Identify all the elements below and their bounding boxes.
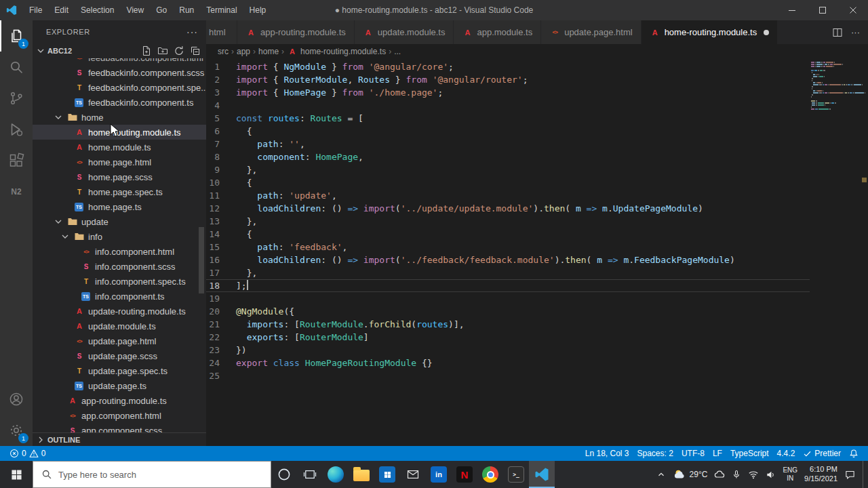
menu-view[interactable]: View (120, 0, 150, 20)
onedrive-icon[interactable] (714, 469, 725, 480)
collapse-folders-icon[interactable] (190, 45, 201, 56)
taskbar-cortana[interactable] (271, 461, 297, 488)
minimap[interactable] (811, 59, 860, 113)
clock[interactable]: 6:10 PM 9/15/2021 (804, 465, 837, 484)
project-section-header[interactable]: ABC12 (33, 43, 206, 58)
microphone-icon[interactable] (732, 470, 741, 479)
taskbar-taskview[interactable] (297, 461, 323, 488)
tree-item-update-module-ts[interactable]: Aupdate.module.ts (33, 319, 206, 333)
taskbar-terminal[interactable]: >_ (503, 461, 529, 488)
tab-app-routing-module-ts[interactable]: Aapp-routing.module.ts (237, 20, 355, 44)
taskbar-store[interactable] (374, 461, 400, 488)
menu-selection[interactable]: Selection (75, 0, 120, 20)
tab-update-module-ts[interactable]: Aupdate.module.ts (355, 20, 454, 44)
status-typescript[interactable]: TypeScript (726, 446, 773, 461)
tree-item-info[interactable]: info (33, 229, 206, 244)
code-line-25[interactable]: 25 (206, 369, 810, 382)
tree-item-home-page-spec-ts[interactable]: Thome.page.spec.ts (33, 184, 206, 199)
tree-item-home[interactable]: home (33, 110, 206, 125)
activity-extensions[interactable] (0, 145, 33, 176)
code-line-4[interactable]: 4 (206, 99, 810, 112)
sidebar-scrollbar[interactable] (199, 227, 204, 293)
tree-item-feedbackinfo-component-html[interactable]: <>feedbackinfo.component.html (33, 58, 206, 65)
breadcrumb-app[interactable]: app (236, 47, 251, 56)
activity-settings[interactable]: 1 (0, 415, 33, 446)
taskbar-vscode[interactable] (529, 461, 555, 488)
weather-widget[interactable]: 29°C (673, 468, 708, 481)
code-line-8[interactable]: 8 component: HomePage, (206, 150, 810, 163)
problems-indicator[interactable]: 0 0 (5, 446, 50, 461)
activity-run-debug[interactable] (0, 114, 33, 145)
code-editor[interactable]: 1import { NgModule } from '@angular/core… (206, 59, 810, 446)
breadcrumb-home-routing-module-ts[interactable]: Ahome-routing.module.ts (286, 46, 387, 57)
tree-item-home-page-html[interactable]: <>home.page.html (33, 155, 206, 169)
activity-search[interactable] (0, 52, 33, 83)
code-line-5[interactable]: 5const routes: Routes = [ (206, 112, 810, 125)
menu-go[interactable]: Go (150, 0, 173, 20)
status-lf[interactable]: LF (709, 446, 726, 461)
status-prettier[interactable]: Prettier (799, 446, 845, 461)
code-line-18[interactable]: 18]; (206, 279, 810, 292)
code-line-21[interactable]: 21 imports: [RouterModule.forChild(route… (206, 318, 810, 331)
tree-item-update[interactable]: update (33, 214, 206, 229)
code-line-7[interactable]: 7 path: '', (206, 138, 810, 150)
menu-file[interactable]: File (23, 0, 48, 20)
tree-item-info-component-ts[interactable]: TSinfo.component.ts (33, 289, 206, 304)
tree-item-info-component-spec-ts[interactable]: Tinfo.component.spec.ts (33, 274, 206, 289)
code-line-24[interactable]: 24export class HomePageRoutingModule {} (206, 357, 810, 369)
taskbar-explorer[interactable] (349, 461, 374, 488)
code-line-22[interactable]: 22 exports: [RouterModule] (206, 331, 810, 344)
tree-item-feedbackinfo-component-spe[interactable]: Tfeedbackinfo.component.spe... (33, 80, 206, 95)
network-icon[interactable] (748, 469, 759, 480)
show-desktop-button[interactable] (863, 461, 867, 488)
new-file-icon[interactable] (141, 45, 152, 56)
breadcrumb-src[interactable]: src (217, 47, 229, 56)
minimize-button[interactable] (776, 0, 807, 20)
code-line-1[interactable]: 1import { NgModule } from '@angular/core… (206, 60, 810, 73)
tree-item-update-page-ts[interactable]: TSupdate.page.ts (33, 378, 206, 393)
taskbar-linkedin[interactable]: in (426, 461, 452, 488)
taskbar-chrome[interactable] (477, 461, 503, 488)
tree-item-update-page-spec-ts[interactable]: Tupdate.page.spec.ts (33, 363, 206, 378)
tab-home-routing-module-ts[interactable]: Ahome-routing.module.ts (642, 20, 778, 44)
code-line-11[interactable]: 11 path: 'update', (206, 189, 810, 202)
tree-item-app-component-scss[interactable]: Sapp.component.scss (33, 423, 206, 432)
menu-run[interactable]: Run (173, 0, 200, 20)
tree-item-home-routing-module-ts[interactable]: Ahome-routing.module.ts (33, 125, 206, 140)
volume-icon[interactable] (766, 470, 776, 480)
activity-accounts[interactable] (0, 384, 33, 415)
outline-section[interactable]: OUTLINE (33, 432, 206, 446)
taskbar-netflix[interactable]: N (452, 461, 477, 488)
refresh-explorer-icon[interactable] (174, 45, 184, 56)
hidden-icons-icon[interactable] (656, 470, 666, 479)
code-line-19[interactable]: 19 (206, 292, 810, 305)
tree-item-app-routing-module-ts[interactable]: Aapp-routing.module.ts (33, 393, 206, 408)
code-line-17[interactable]: 17 }, (206, 266, 810, 279)
activity-source-control[interactable] (0, 83, 33, 114)
action-center-icon[interactable] (844, 469, 856, 481)
status-ln-18-col-3[interactable]: Ln 18, Col 3 (581, 446, 633, 461)
code-line-6[interactable]: 6 { (206, 125, 810, 138)
notifications-bell[interactable] (845, 446, 863, 461)
new-folder-icon[interactable] (157, 45, 168, 56)
code-line-10[interactable]: 10 { (206, 176, 810, 189)
tree-item-update-page-html[interactable]: <>update.page.html (33, 333, 206, 348)
status-4-4-2[interactable]: 4.4.2 (773, 446, 800, 461)
menu-terminal[interactable]: Terminal (200, 0, 243, 20)
code-line-15[interactable]: 15 path: 'feedback', (206, 241, 810, 253)
tree-item-feedbackinfo-component-ts[interactable]: TSfeedbackinfo.component.ts (33, 95, 206, 110)
tree-item-update-page-scss[interactable]: Supdate.page.scss (33, 348, 206, 363)
tab-update-page-html[interactable]: <>update.page.html (541, 20, 641, 44)
tree-item-app-component-html[interactable]: <>app.component.html (33, 408, 206, 423)
tree-item-home-module-ts[interactable]: Ahome.module.ts (33, 140, 206, 155)
code-line-2[interactable]: 2import { RouterModule, Routes } from '@… (206, 73, 810, 86)
code-line-16[interactable]: 16 loadChildren: () => import('../feedba… (206, 253, 810, 266)
language-indicator[interactable]: ENG IN (783, 466, 797, 483)
code-line-23[interactable]: 23}) (206, 344, 810, 357)
status-spaces-2[interactable]: Spaces: 2 (633, 446, 677, 461)
activity-explorer[interactable]: 1 (0, 20, 33, 52)
taskbar-search[interactable]: Type here to search (33, 461, 271, 488)
tree-item-feedbackinfo-component-scss[interactable]: Sfeedbackinfo.component.scss (33, 65, 206, 80)
tree-item-home-page-ts[interactable]: TShome.page.ts (33, 199, 206, 214)
taskbar-edge[interactable] (323, 461, 349, 488)
